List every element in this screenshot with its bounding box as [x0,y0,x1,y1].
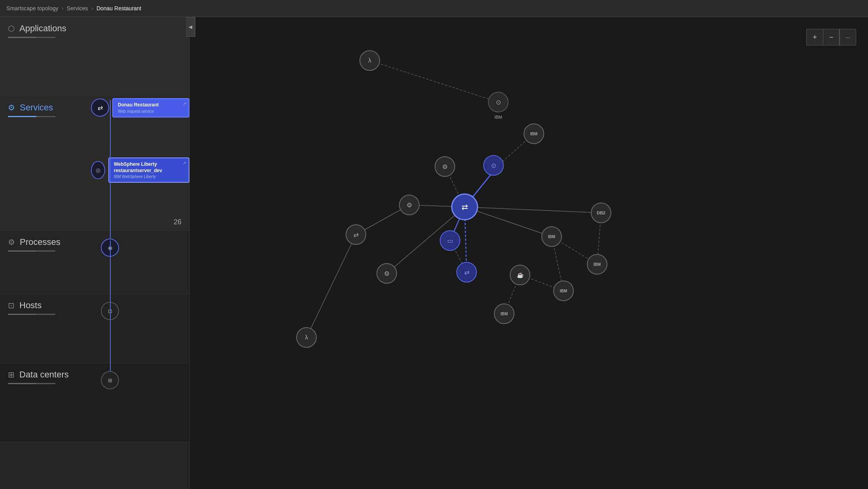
graph-connections [190,17,868,489]
service1-icon: ⚙ [407,201,412,209]
ibm3-text: IBM [594,262,601,267]
ibm5-text: IBM [501,312,508,316]
node-arrows-down[interactable]: ⇄ [456,262,477,282]
node-lambda2[interactable]: λ [296,327,317,348]
processes-underline [8,250,55,252]
breadcrumb-sep-1: › [62,5,64,12]
arrows-left-icon: ⇄ [354,231,359,239]
cylinder1-icon: ⊙ [496,99,501,106]
cylinder1-label: IBM [494,115,502,119]
node-db-center[interactable]: ▭ [440,230,460,251]
service-card-2[interactable]: WebSphere Liberty restaurantserver_dev I… [108,157,189,183]
dc-node-icon: ⊞ [108,377,112,383]
processes-title: Processes [20,237,61,247]
hosts-title: Hosts [19,300,42,311]
service-node-2-icon: ◎ [96,167,100,173]
ibm4-text: IBM [560,289,567,293]
datacenters-title: Data centers [19,370,69,380]
node-ibm2[interactable]: IBM [541,226,562,247]
services-title: Services [20,102,53,113]
node-chain-line-4 [110,302,111,373]
services-underline [8,116,55,117]
processes-icon: ⚙ [8,237,15,247]
service-card-1-ext[interactable]: ↗ [183,101,186,106]
service-card-1-subtitle: Web request service [118,109,184,114]
node-cylinder2[interactable]: ⊙ [483,155,504,176]
sidebar-section-datacenters[interactable]: ⊞ Data centers ⊞ [0,363,189,442]
svg-line-13 [465,207,552,237]
service-card-2-ext[interactable]: ↗ [183,161,186,166]
graph-area: λ ⊙ IBM IBM ⚙ ⊙ ⇄ ⚙ ⇄ ▭ IBM DB2 ⇄ [190,17,868,489]
svg-line-16 [306,235,356,337]
main-icon: ⇄ [461,202,468,212]
db2-text: DB2 [597,210,605,215]
sidebar-collapse-button[interactable]: ◀ [186,17,195,37]
zoom-out-button[interactable]: − [823,29,840,45]
node-ibm3[interactable]: IBM [587,254,607,275]
zoom-controls: + − ··· [806,29,856,45]
dc-node[interactable]: ⊞ [101,371,119,389]
sidebar-section-processes[interactable]: ⚙ Processes ◉ [0,231,189,294]
service-card-2-title: WebSphere Liberty restaurantserver_dev [114,161,184,174]
node-db2[interactable]: DB2 [591,203,611,223]
service-node-1[interactable]: ⇄ [91,99,109,117]
hosts-underline [8,314,55,315]
node-ibm4[interactable]: IBM [553,281,574,301]
hosts-icon: ⊡ [8,301,15,310]
service-card-2-subtitle: IBM WebSphere Liberty [114,174,184,179]
zoom-options-button[interactable]: ··· [840,29,856,45]
service-card-2-container: ◎ WebSphere Liberty restaurantserver_dev… [91,157,189,183]
service-node-2[interactable]: ◎ [91,161,105,179]
node-arrows-left[interactable]: ⇄ [346,224,366,245]
svg-line-0 [370,61,498,102]
node-chain-line-3 [110,241,111,304]
service-card-1-container: ⇄ Donau Restaurant Web request service ↗ [91,98,189,118]
node-gear1[interactable]: ⚙ [435,156,455,177]
node-lambda1[interactable]: λ [359,50,380,71]
sidebar: ⬡ Applications ⚙ Services 26 ⇄ Donau Res… [0,17,190,489]
node-main[interactable]: ⇄ [451,193,478,220]
cylinder2-icon: ⊙ [491,162,496,169]
zoom-in-button[interactable]: + [806,29,823,45]
lambda1-icon: λ [368,57,371,64]
service-card-1[interactable]: Donau Restaurant Web request service ↗ [112,98,189,118]
java1-icon: ☕ [517,272,524,278]
applications-title: Applications [19,23,66,34]
breadcrumb-sep-2: › [91,5,93,12]
db-center-icon: ▭ [447,237,453,244]
node-java1[interactable]: ☕ [510,265,530,285]
node-ibm5[interactable]: IBM [494,303,514,324]
service-node-1-icon: ⇄ [98,104,103,112]
node-service1[interactable]: ⚙ [399,195,420,215]
node-chain-line-2 [110,102,111,241]
node-service2[interactable]: ⚙ [376,263,397,284]
sidebar-section-services[interactable]: ⚙ Services 26 ⇄ Donau Restaurant Web req… [0,96,189,231]
services-count: 26 [174,218,182,226]
node-cylinder1[interactable]: ⊙ IBM [488,92,509,112]
applications-underline [8,37,55,38]
arrows-down-icon: ⇄ [464,269,469,276]
service-card-1-title: Donau Restaurant [118,102,184,108]
node-ibm1[interactable]: IBM [524,123,544,144]
applications-icon: ⬡ [8,24,15,33]
svg-line-14 [465,207,601,213]
breadcrumb-donau[interactable]: Donau Restaurant [96,5,142,11]
service2-icon: ⚙ [384,270,390,277]
gear1-icon: ⚙ [442,163,448,171]
header: Smartscape topology › Services › Donau R… [0,0,868,17]
ibm2-text: IBM [548,235,555,239]
breadcrumb-services[interactable]: Services [67,5,88,11]
sidebar-section-applications[interactable]: ⬡ Applications [0,17,189,96]
datacenters-underline [8,383,55,384]
breadcrumb-smartscape[interactable]: Smartscape topology [6,5,59,11]
sidebar-section-hosts[interactable]: ⊡ Hosts ⊡ [0,294,189,363]
ibm1-text: IBM [530,132,537,136]
services-icon: ⚙ [8,103,15,112]
dc-node-container: ⊞ [101,371,119,389]
lambda2-icon: λ [305,334,308,341]
datacenters-icon: ⊞ [8,370,15,379]
